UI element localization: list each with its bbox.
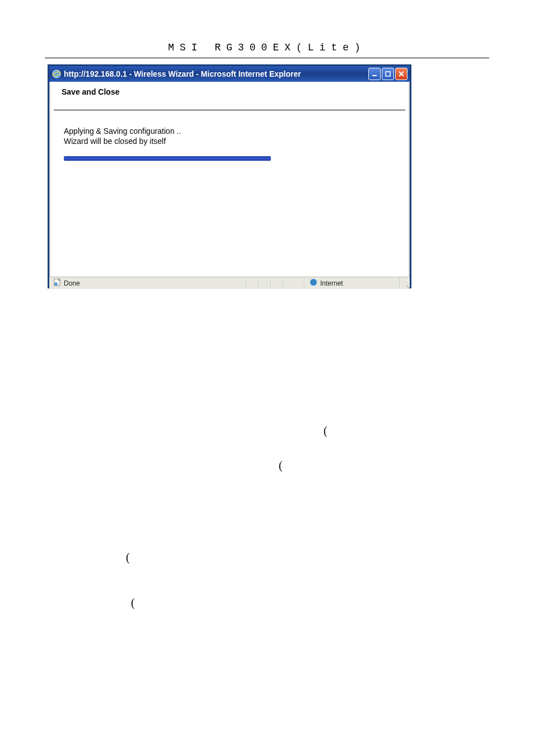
svg-point-6 (310, 279, 317, 286)
status-left: Done (49, 277, 246, 289)
progress-container (64, 156, 395, 161)
page-header: MSI RG300EX(Lite) (45, 42, 489, 58)
window-content: Save and Close Applying & Saving configu… (49, 82, 410, 277)
paren-mark-4: ( (131, 596, 135, 609)
window-titlebar: http://192.168.0.1 - Wireless Wizard - M… (49, 66, 410, 82)
status-cell-4 (283, 277, 305, 289)
status-cell-1 (246, 277, 259, 289)
window-statusbar: Done Internet (49, 277, 410, 289)
ie-window: http://192.168.0.1 - Wireless Wizard - M… (48, 64, 411, 288)
maximize-button[interactable] (382, 68, 394, 80)
svg-rect-2 (372, 75, 377, 76)
svg-rect-3 (386, 72, 390, 76)
minimize-button[interactable] (368, 68, 381, 80)
progress-bar (64, 156, 271, 161)
paren-mark-2: ( (279, 459, 283, 472)
internet-zone-icon (310, 278, 317, 288)
status-line-1: Applying & Saving configuration .. (64, 126, 395, 136)
window-controls (368, 68, 407, 80)
ie-icon (51, 69, 62, 79)
close-button[interactable] (395, 68, 407, 80)
security-zone: Internet (305, 277, 400, 289)
paren-mark-1: ( (324, 424, 327, 437)
status-cell-3 (271, 277, 283, 289)
content-heading: Save and Close (54, 82, 405, 110)
paren-mark-3: ( (126, 551, 130, 564)
content-body: Applying & Saving configuration .. Wizar… (50, 110, 409, 152)
page-icon (53, 278, 62, 288)
zone-text: Internet (320, 279, 343, 287)
page-title: MSI RG300EX(Lite) (168, 42, 366, 53)
resize-grip-icon[interactable] (400, 277, 410, 289)
status-text: Done (64, 279, 80, 287)
svg-point-5 (55, 283, 58, 286)
status-line-2: Wizard will be closed by itself (64, 136, 395, 146)
window-title: http://192.168.0.1 - Wireless Wizard - M… (64, 69, 366, 78)
status-cell-2 (259, 277, 271, 289)
